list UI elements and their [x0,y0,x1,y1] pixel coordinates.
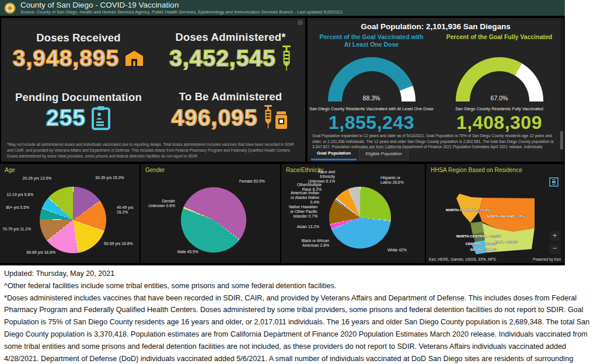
kpi-value: 255 [46,105,86,131]
doses-footnote: *May not include all administered doses … [7,142,299,160]
kpi-doses-received: Doses Received 3,948,895 [1,22,156,81]
pie-slice-label: Other/Multiple Race 8.2% [297,183,322,192]
age-pie[interactable] [40,187,106,253]
gauge-value: 1,408,309 [435,112,563,134]
goal-title: Goal Population: 2,101,936 San Diegans [308,22,564,31]
chart-title-age: Age [5,167,15,173]
pie-slice-label: Asian 13.2% [297,225,319,229]
region-label-central: CENTRAL - 13.2% [466,242,497,246]
syringe-bottle-icon [263,104,289,131]
gauge-caption: San Diego County Residents Fully Vaccina… [435,106,563,111]
chart-title-map: HHSA Region Based on Residence [431,167,522,173]
footnote-paragraph: *Doses administered includes vaccines th… [4,292,592,364]
map-zoom-out-button[interactable]: − [550,244,560,254]
pie-slice-label: Gender Unknown 0.6% [148,199,175,208]
pie-slice-label: American Indian or Alaska Native 0.4% [291,191,319,205]
kpi-value: 3,948,895 [13,46,120,71]
kpi-label: Doses Received [36,32,121,44]
gender-chart-panel: Gender Female 53.9%Male 45.5%Gender Unkn… [141,164,280,263]
syringe-icon [281,45,292,72]
footnote-other-federal: ^Other federal facilities include some t… [4,280,592,292]
race-pie[interactable] [329,187,391,249]
pie-slice-label: 80+ yrs 5.5% [6,205,29,210]
clipboard-icon [91,106,111,130]
gauge-caption: San Diego County Residents Vaccinated wi… [308,106,435,111]
race-chart-panel: Race/Ethnicity Hispanic or Latino 26.6%W… [281,164,425,263]
pie-slice-label: Hispanic or Latino 26.6% [380,176,404,185]
footnotes-section: Updated: Thursday, May 20, 2021 ^Other f… [0,265,597,364]
warehouse-icon [124,50,144,67]
gauge-heading: Percent of the Goal Fully Vaccinated [435,33,563,49]
goal-note: Goal Population expanded to 12 years and… [312,133,557,150]
page-source: Source: County of San Diego, Health and … [20,9,343,15]
gauge-fully-vaccinated: Percent of the Goal Fully Vaccinated 67.… [435,33,563,134]
region-label-east: EAST - 15.0% [494,240,518,244]
pie-slice-label: Black or African American 2.8% [302,239,329,248]
kpi-doses-administered: Doses Administered* 3,452,545 [156,22,305,81]
gauge-value: 1,855,243 [308,112,435,134]
county-seal [4,2,16,14]
kpi-to-be-administered: To Be Administered 496,095 [156,81,305,141]
doses-panel: ⊕ Doses Received 3,948,895 Doses Adminis… [1,18,305,162]
region-north-central[interactable] [470,222,484,235]
pie-slice-label: 12-19 yrs 5.8% [6,192,33,197]
pie-slice-label: 20-29 yrs 13.5% [23,176,52,181]
gauge-percent: 88.3% [328,94,416,102]
pie-slice-label: White 42% [387,248,407,253]
pie-slice-label: 60-69 yrs 16.8% [27,250,56,255]
pie-slice-label: Native Hawaiian or Other Pacific Islande… [289,205,317,219]
goal-tabs: Goal Population Eligible Population [311,148,409,160]
gauge-one-dose: Percent of the Goal Vaccinated with At L… [308,33,435,134]
kpi-value: 496,095 [172,105,258,131]
kpi-pending-documentation: Pending Documentation 255 [1,81,156,141]
scrollbar-thumb[interactable] [560,131,563,149]
kpi-label: Pending Documentation [15,91,142,104]
region-label-south: SOUTH - 17.8% [470,247,497,251]
kpi-value: 3,452,545 [169,46,276,71]
pie-slice-label: 40-49 yrs 15.2% [117,205,139,215]
age-chart-panel: Age 30-39 yrs 15.3%40-49 yrs 15.2%50-59 … [0,164,139,263]
pie-slice-label: 30-39 yrs 15.3% [95,176,124,180]
dashboard-root: County of San Diego - COVID-19 Vaccinati… [0,0,597,364]
tab-goal-population[interactable]: Goal Population [311,148,357,160]
goal-panel: Goal Population: 2,101,936 San Diegans P… [308,18,564,162]
region-label-north-central: NORTH CENTRAL - 22.5% [456,234,501,238]
pie-slice-label: 50-59 yrs 16.8% [104,242,133,246]
map-panel: NORTH COASTAL - 14.9% NORTH INLAND - 17%… [426,164,564,263]
gauge-chart: 88.3% [328,57,416,102]
pie-slice-label: Race and Ethnicity Unknown 6.1% [308,170,335,184]
kpi-label: To Be Administered [179,90,282,103]
gauge-heading: Percent of the Goal Vaccinated with At L… [308,33,435,49]
tab-eligible-population[interactable]: Eligible Population [359,148,408,160]
updated-date: Updated: Thursday, May 20, 2021 [4,268,592,280]
hhsa-region-map[interactable]: NORTH COASTAL - 14.9% NORTH INLAND - 17%… [426,164,564,263]
app-header: County of San Diego - COVID-19 Vaccinati… [0,0,565,16]
gauge-percent: 67.0% [456,94,543,102]
map-powered-by: Powered by Esri [533,257,561,261]
gauge-chart: 67.0% [456,57,543,102]
pie-slice-label: 70-79 yrs 11.2% [2,227,31,232]
pie-slice-label: Male 45.5% [177,250,198,254]
pie-slice-label: Female 53.9% [239,179,265,184]
gender-pie[interactable] [181,187,246,253]
map-zoom-in-button[interactable]: + [550,231,560,241]
kpi-label: Doses Administered* [175,31,285,44]
map-attribution: Esri, HERE, Garmin, USGS, EPA, NPS [429,257,496,261]
region-label-north-inland: NORTH INLAND - 17% [487,214,525,218]
scrollbar-track[interactable] [560,18,563,162]
page-title: County of San Diego - COVID-19 Vaccinati… [20,1,343,9]
chart-title-gender: Gender [145,167,165,173]
map-legend-button[interactable] [549,177,558,187]
region-label-north-coastal: NORTH COASTAL - 14.9% [446,208,491,212]
